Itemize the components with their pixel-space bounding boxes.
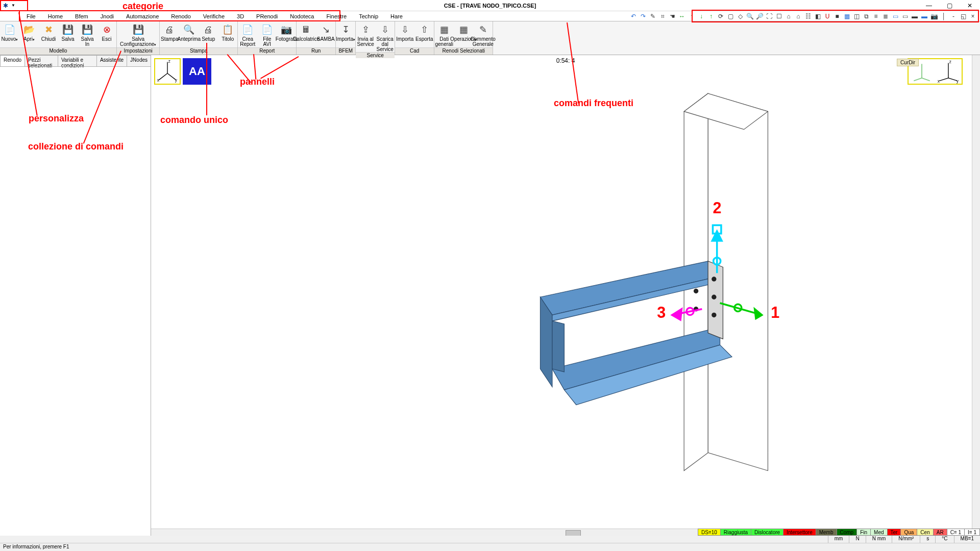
diamond-icon[interactable]: ◇ — [736, 12, 744, 20]
quick-access-toolbar[interactable]: ✱ ▼ — [0, 0, 28, 11]
anteprima-button[interactable]: 🔍Anteprima — [179, 21, 199, 47]
split-icon[interactable]: ◫ — [852, 12, 861, 20]
up-icon[interactable]: ↑ — [688, 12, 696, 20]
model-canvas[interactable]: 1 2 3 — [325, 76, 960, 531]
vertical-scrollbar[interactable] — [972, 55, 980, 529]
scarica-service-button[interactable]: ⇩Scaricadal Service — [375, 21, 395, 52]
salva-in-button[interactable]: 💾SalvaIn — [78, 21, 97, 47]
u-icon[interactable]: U — [823, 12, 831, 20]
bar-icon[interactable]: ▬ — [911, 12, 919, 20]
rotate-icon[interactable]: ⟳ — [717, 12, 725, 20]
home-icon[interactable]: ⌂ — [785, 12, 793, 20]
frequent-commands-toolbar: ↶↷✎⌗☚↔↑↓↑⟳▢◇🔍🔎⛶☐⌂⌂☷◧U■▦◫⧉≡≣▭▭▬▬📷│-◱× — [629, 10, 977, 22]
menu-hare[interactable]: Hare — [384, 12, 409, 20]
redo-icon[interactable]: ↷ — [639, 12, 647, 20]
esci-button[interactable]: ⊗Esci — [97, 21, 116, 47]
aa-indicator[interactable]: AA — [183, 58, 211, 85]
3d-view[interactable]: z x y AA CurDir z x y — [151, 55, 980, 537]
grid-icon[interactable]: ⌗ — [658, 12, 667, 20]
list2-icon[interactable]: ≣ — [881, 12, 890, 20]
pan-icon[interactable]: ↔ — [678, 12, 686, 20]
copy-icon[interactable]: ⧉ — [862, 12, 870, 20]
setup-button[interactable]: 🖨Setup — [199, 21, 218, 47]
stampa-button[interactable]: 🖨Stampa — [160, 21, 179, 47]
calcolatrice-button[interactable]: 🖩Calcolatrice — [297, 21, 316, 47]
undo-icon[interactable]: ↶ — [629, 12, 638, 20]
menu-home[interactable]: Home — [42, 12, 69, 20]
panel-title: Impostazioni — [117, 47, 159, 55]
salva-button[interactable]: 💾Salva — [58, 21, 78, 47]
samba-button[interactable]: ↘SAMBA — [316, 21, 335, 47]
legend-qua: Qua — [901, 529, 917, 536]
rect-icon[interactable]: ▭ — [891, 12, 899, 20]
chiudi-button[interactable]: ✖Chiudi — [39, 21, 58, 47]
svg-text:z: z — [949, 59, 951, 64]
menu-finestre[interactable]: Finestre — [320, 12, 353, 20]
layers-icon[interactable]: ☷ — [804, 12, 812, 20]
file-avi-button[interactable]: 📄FileAVI — [257, 21, 277, 47]
fotografa-button[interactable]: 📷Fotografa — [277, 21, 296, 47]
bar2-icon[interactable]: ▬ — [920, 12, 928, 20]
side-tab-jnodes[interactable]: JNodes — [127, 55, 151, 66]
invia-service-button[interactable]: ⇪Invia alService — [356, 21, 375, 52]
panel-title: Modello — [0, 47, 116, 55]
cad-esporta-button[interactable]: ⇧Esporta — [414, 21, 434, 47]
dati-generali-button[interactable]: ▦Datigenerali — [434, 21, 454, 47]
side-tab-variabili-e-condizioni[interactable]: Variabili e condizioni — [58, 55, 97, 66]
camera-icon[interactable]: 📷 — [930, 12, 938, 20]
mesh-icon[interactable]: ▦ — [843, 12, 851, 20]
crea-report-button[interactable]: 📄CreaReport — [238, 21, 257, 47]
side-tab-renodo[interactable]: Renodo — [0, 55, 25, 66]
nuovo-button[interactable]: 📄Nuovo▾ — [0, 21, 19, 47]
rect2-icon[interactable]: ▭ — [901, 12, 909, 20]
close-icon[interactable]: × — [969, 12, 977, 20]
side-tab-assistente[interactable]: Assistente — [96, 55, 127, 66]
bfem-importa-button[interactable]: ↧Importa▾ — [336, 21, 355, 47]
edit-icon[interactable]: ✎ — [649, 12, 657, 20]
menu-nodoteca[interactable]: Nodoteca — [284, 12, 320, 20]
menu-automazione[interactable]: Automazione — [120, 12, 165, 20]
window-icon[interactable]: ☐ — [775, 12, 783, 20]
salva-config-button[interactable]: 💾SalvaConfigurazione▾ — [117, 21, 159, 47]
maximize-button[interactable]: ▢ — [939, 2, 960, 9]
side-panel-body — [0, 66, 151, 537]
zoom-out-icon[interactable]: 🔎 — [755, 12, 764, 20]
minimize-button[interactable]: — — [919, 2, 939, 9]
menu-bfem[interactable]: Bfem — [69, 12, 94, 20]
list-icon[interactable]: ≡ — [872, 12, 880, 20]
titolo-button[interactable]: 📋Titolo — [218, 21, 237, 47]
legend-intersettore: Intersettore — [783, 529, 816, 536]
sep-icon[interactable]: │ — [940, 12, 948, 20]
panel-title: Stampa — [160, 47, 237, 55]
box-icon[interactable]: ▢ — [726, 12, 734, 20]
home2-icon[interactable]: ⌂ — [794, 12, 802, 20]
hand-icon[interactable]: ☚ — [668, 12, 676, 20]
side-tab-pezzi-selezionati[interactable]: Pezzi selezionati — [24, 55, 58, 66]
down-icon[interactable]: ↓ — [697, 12, 705, 20]
close-button[interactable]: ✕ — [960, 2, 980, 9]
menu-prenodi[interactable]: PRenodi — [250, 12, 284, 20]
menu-file[interactable]: File — [20, 12, 42, 20]
solid-icon[interactable]: ■ — [833, 12, 841, 20]
menu-verifiche[interactable]: Verifiche — [197, 12, 231, 20]
up2-icon[interactable]: ↑ — [707, 12, 715, 20]
setup-icon: 🖨 — [202, 23, 214, 36]
commento-button[interactable]: ✎CommentoGenerale — [473, 21, 493, 47]
apri-button[interactable]: 📂Apri▾ — [19, 21, 39, 47]
menu-3d[interactable]: 3D — [231, 12, 250, 20]
restore-icon[interactable]: ◱ — [959, 12, 967, 20]
scarica-service-icon: ⇩ — [379, 23, 391, 36]
menu-jnodi[interactable]: Jnodi — [94, 12, 120, 20]
menu-technip[interactable]: Technip — [353, 12, 384, 20]
cad-importa-button[interactable]: ⇩Importa — [395, 21, 414, 47]
zoom-icon[interactable]: 🔍 — [746, 12, 754, 20]
min-icon[interactable]: - — [949, 12, 958, 20]
panel-icon[interactable]: ◧ — [814, 12, 822, 20]
unit-n-mm-: N/mm² — [892, 536, 920, 543]
status-bar: Per informazioni, premere F1 — [0, 543, 980, 551]
axis-orientation-widget[interactable]: z x y — [154, 58, 181, 85]
menu-renodo[interactable]: Renodo — [165, 12, 197, 20]
fit-icon[interactable]: ⛶ — [765, 12, 773, 20]
unit-s: s — [920, 536, 935, 543]
qat-dropdown-icon[interactable]: ▼ — [11, 3, 15, 8]
